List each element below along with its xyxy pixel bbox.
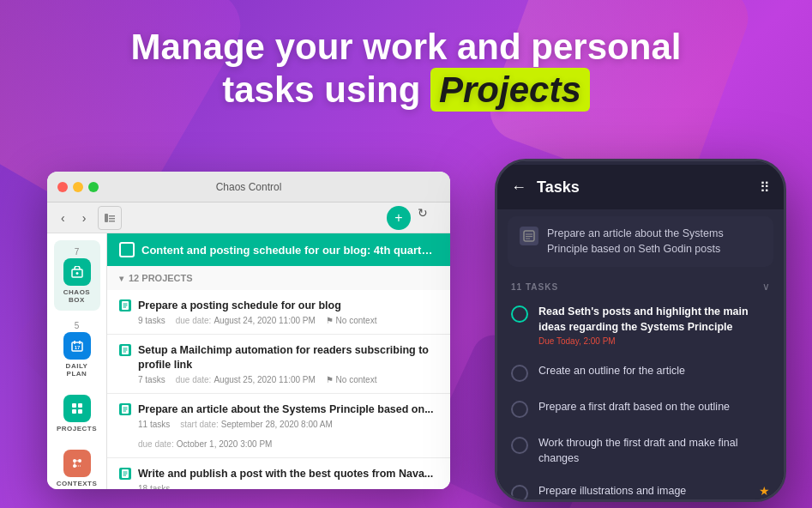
dailyplan-icon: 17 [63,332,91,360]
task-item-0[interactable]: Prepare a posting schedule for our blog … [107,290,450,335]
sidebar-item-projects[interactable]: PROJECTS [54,388,100,439]
phone-due-date-0: Due Today, 2:00 PM [538,336,770,346]
phone-task-text-2: Prepare a first draft based on the outli… [538,400,770,415]
toolbar-right: + ↻ [387,206,442,230]
window-title: Chaos Control [216,181,282,193]
svg-text:17: 17 [74,345,80,350]
sidebar-item-chaosbox[interactable]: 7 CHAOS BOX [54,240,100,311]
desktop-window: Chaos Control ‹ › + ↻ 7 CHAOS BOX 5 [47,172,450,489]
mobile-phone: ← Tasks ⠿ Prepare an article about the S… [495,159,786,502]
sidebar-item-dailyplan[interactable]: 5 17 DAILY PLAN [54,314,100,384]
task-meta-3: 18 tasks [119,484,438,489]
main-content: Content and posting schedule for our blo… [107,233,450,489]
dailyplan-num: 5 [75,321,80,330]
project-header-icon [119,242,135,257]
svg-point-17 [73,464,76,468]
task-item-3[interactable]: Write and publish a post with the best q… [107,458,450,489]
phone-task-item-2[interactable]: Prepare a first draft based on the outli… [497,391,784,427]
task-item-2[interactable]: Prepare an article about the Systems Pri… [107,394,450,458]
phone-tasks-chevron[interactable]: ∨ [762,281,770,293]
task-due-2: due date:October 1, 2020 3:00 PM [138,439,272,449]
task-due-0: due date:August 24, 2020 11:00 PM [176,316,316,325]
task-count-2: 11 tasks [138,420,170,429]
contexts-label: CONTEXTS [57,480,98,487]
phone-task-circle-0 [511,305,528,323]
task-doc-icon-0 [119,299,131,311]
header-title: Manage your work and personal tasks usin… [0,26,812,112]
svg-rect-12 [78,403,82,408]
task-count-1: 7 tasks [138,375,165,384]
svg-rect-3 [109,221,115,222]
project-header-title: Content and posting schedule for our blo… [141,244,438,257]
projects-count: ▾ 12 PROJECTS [107,266,450,290]
chaosbox-num: 7 [75,247,80,257]
task-doc-icon-1 [119,344,131,356]
phone-task-item-0[interactable]: Read Seth's posts and highlight the main… [497,296,784,355]
chaosbox-label: CHAOS BOX [57,288,97,304]
projects-count-label: 12 PROJECTS [129,273,193,283]
phone-task-content-0: Read Seth's posts and highlight the main… [538,305,770,346]
task-meta-0: 9 tasks due date:August 24, 2020 11:00 P… [119,316,438,325]
task-header-1: Setup a Mailchimp automation for readers… [119,343,438,372]
close-dot[interactable] [57,182,68,192]
phone-task-text-4: Prepare illustrations and image [538,484,749,499]
phone-project-card[interactable]: Prepare an article about the Systems Pri… [508,216,773,267]
task-doc-icon-3 [119,468,131,480]
phone-menu-button[interactable]: ⠿ [760,179,770,196]
phone-task-item-4[interactable]: Prepare illustrations and image ★ [497,475,784,499]
sidebar-item-contexts[interactable]: CONTEXTS [54,443,100,489]
task-due-1: due date:August 25, 2020 11:00 PM [176,375,316,384]
window-dots [57,182,99,192]
svg-rect-14 [78,409,82,414]
task-title-2: Prepare an article about the Systems Pri… [138,402,434,416]
phone-header: ← Tasks ⠿ [497,165,784,209]
svg-rect-1 [109,215,115,217]
window-titlebar: Chaos Control [47,172,450,203]
phone-tasks-label: 11 TASKS [511,282,558,292]
add-button[interactable]: + [387,206,411,230]
svg-rect-13 [72,409,76,414]
header-line1: Manage your work and personal [131,27,682,67]
header-line2-prefix: tasks using [222,70,430,110]
window-toolbar: ‹ › + ↻ [47,203,450,233]
projects-label: PROJECTS [57,425,97,432]
task-item-1[interactable]: Setup a Mailchimp automation for readers… [107,335,450,394]
header-section: Manage your work and personal tasks usin… [0,26,812,112]
svg-point-16 [78,459,81,463]
header-highlight: Projects [430,68,590,112]
phone-task-star-4: ★ [759,484,770,498]
svg-rect-11 [72,403,76,408]
phone-task-text-0: Read Seth's posts and highlight the main… [538,305,770,335]
svg-rect-0 [105,214,108,222]
window-body: 7 CHAOS BOX 5 17 DAILY PLAN PROJECTS [47,233,450,489]
phone-project-icon [520,227,538,245]
task-context-0: ⚑ No context [326,316,377,325]
phone-back-button[interactable]: ← [511,178,526,197]
chaosbox-icon [63,258,91,286]
svg-rect-2 [109,218,115,220]
phone-project-text: Prepare an article about the Systems Pri… [547,227,761,257]
phone-inner: ← Tasks ⠿ Prepare an article about the S… [497,161,784,499]
task-title-0: Prepare a posting schedule for our blog [138,299,341,312]
back-button[interactable]: ‹ [56,208,70,228]
sidebar-toggle-button[interactable] [98,206,122,230]
phone-task-item-3[interactable]: Work through the first draft and make fi… [497,427,784,475]
phone-task-item-1[interactable]: Create an outline for the article [497,355,784,391]
phone-title: Tasks [537,178,749,197]
task-header-3: Write and publish a post with the best q… [119,467,438,481]
project-header: Content and posting schedule for our blo… [107,233,450,266]
dailyplan-label: DAILY PLAN [57,362,97,378]
task-count-3: 18 tasks [138,484,170,489]
task-context-1: ⚑ No context [326,375,377,384]
minimize-dot[interactable] [73,182,83,192]
task-header-0: Prepare a posting schedule for our blog [119,299,438,312]
forward-button[interactable]: › [77,208,92,228]
task-meta-1: 7 tasks due date:August 25, 2020 11:00 P… [119,375,438,384]
task-meta-2: 11 tasks start date:September 28, 2020 8… [119,420,438,449]
phone-task-circle-3 [511,437,528,454]
maximize-dot[interactable] [88,182,99,192]
chevron-icon: ▾ [119,274,123,283]
refresh-button[interactable]: ↻ [418,206,442,230]
contexts-icon [63,450,91,477]
task-title-3: Write and publish a post with the best q… [138,467,433,481]
